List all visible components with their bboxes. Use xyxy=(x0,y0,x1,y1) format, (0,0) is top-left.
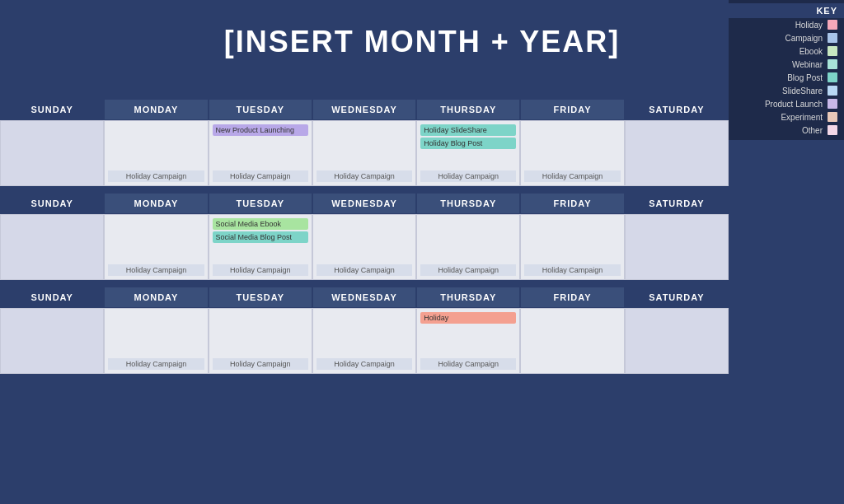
day-cell xyxy=(625,308,729,374)
day-header: MONDAY xyxy=(104,287,208,308)
legend-item: SlideShare xyxy=(729,84,844,97)
day-header: SATURDAY xyxy=(625,287,729,308)
legend-item: Campaign xyxy=(729,31,844,44)
day-header: THURSDAY xyxy=(416,99,520,120)
day-footer: Holiday Campaign xyxy=(316,358,412,370)
day-events xyxy=(629,124,724,182)
day-events xyxy=(316,312,412,358)
day-header-row: SUNDAYMONDAYTUESDAYWEDNESDAYTHURSDAYFRID… xyxy=(0,99,729,120)
day-events xyxy=(524,124,620,170)
day-cell: HolidayHoliday Campaign xyxy=(416,308,520,374)
day-cell xyxy=(0,308,104,374)
day-header: TUESDAY xyxy=(209,99,312,120)
day-events xyxy=(108,218,204,264)
day-events: Holiday xyxy=(420,312,516,358)
event-tag[interactable]: Social Media Blog Post xyxy=(213,231,308,243)
legend-header: KEY xyxy=(729,3,844,18)
event-tag[interactable]: New Product Launching xyxy=(213,124,308,136)
event-tag[interactable]: Holiday xyxy=(420,312,516,324)
day-footer: Holiday Campaign xyxy=(316,264,412,276)
day-footer: Holiday Campaign xyxy=(524,170,620,182)
day-header: SUNDAY xyxy=(0,99,104,120)
legend-color-swatch xyxy=(828,20,837,30)
day-header: THURSDAY xyxy=(416,287,520,308)
day-header: MONDAY xyxy=(104,193,208,214)
legend-item: Blog Post xyxy=(729,71,844,84)
day-events xyxy=(316,218,412,264)
day-cell: Holiday Campaign xyxy=(520,214,624,280)
day-cell: Holiday Campaign xyxy=(104,214,208,280)
legend-item-label: Experiment xyxy=(781,113,823,122)
legend-item-label: Holiday xyxy=(795,21,823,30)
legend-item-label: SlideShare xyxy=(782,86,823,96)
day-cell: Holiday Campaign xyxy=(209,308,312,374)
legend-item-label: Other xyxy=(802,126,823,135)
day-events: New Product Launching xyxy=(213,124,308,170)
day-cell: Holiday SlideShareHoliday Blog PostHolid… xyxy=(416,120,520,186)
day-cell xyxy=(0,214,104,280)
day-header: WEDNESDAY xyxy=(312,99,416,120)
event-tag[interactable]: Holiday SlideShare xyxy=(420,124,516,136)
day-footer: Holiday Campaign xyxy=(420,264,516,276)
day-header: WEDNESDAY xyxy=(312,287,416,308)
title-area: [INSERT MONTH + YEAR] xyxy=(0,0,844,76)
day-header: SUNDAY xyxy=(0,193,104,214)
legend-item: Product Launch xyxy=(729,97,844,110)
day-events: Holiday SlideShareHoliday Blog Post xyxy=(420,124,516,170)
legend-color-swatch xyxy=(828,99,837,109)
day-events xyxy=(213,312,308,358)
day-events xyxy=(420,218,516,264)
day-cell xyxy=(625,214,729,280)
legend-item-label: Webinar xyxy=(792,60,823,69)
legend-item-label: Campaign xyxy=(785,34,823,43)
legend-color-swatch xyxy=(828,112,837,122)
day-footer: Holiday Campaign xyxy=(420,358,516,370)
legend-item: Experiment xyxy=(729,110,844,124)
day-cell xyxy=(520,308,624,374)
day-events: Social Media EbookSocial Media Blog Post xyxy=(213,218,308,264)
day-cell: Holiday Campaign xyxy=(520,120,624,186)
day-footer: Holiday Campaign xyxy=(108,264,204,276)
day-header-row: SUNDAYMONDAYTUESDAYWEDNESDAYTHURSDAYFRID… xyxy=(0,287,729,308)
calendar-area[interactable]: SUNDAYMONDAYTUESDAYWEDNESDAYTHURSDAYFRID… xyxy=(0,99,729,504)
day-header: MONDAY xyxy=(104,99,208,120)
day-header: FRIDAY xyxy=(520,99,624,120)
legend-color-swatch xyxy=(828,86,837,96)
day-cell: New Product LaunchingHoliday Campaign xyxy=(209,120,312,186)
event-tag[interactable]: Social Media Ebook xyxy=(213,218,308,230)
day-header: SATURDAY xyxy=(625,193,729,214)
day-footer: Holiday Campaign xyxy=(316,170,412,182)
day-header: TUESDAY xyxy=(209,287,312,308)
day-footer: Holiday Campaign xyxy=(108,170,204,182)
page-title: [INSERT MONTH + YEAR] xyxy=(0,25,844,59)
weeks-container: SUNDAYMONDAYTUESDAYWEDNESDAYTHURSDAYFRID… xyxy=(0,99,729,374)
day-cell: Holiday Campaign xyxy=(312,120,416,186)
day-header: TUESDAY xyxy=(209,193,312,214)
week-block: SUNDAYMONDAYTUESDAYWEDNESDAYTHURSDAYFRID… xyxy=(0,193,729,280)
day-cell: Social Media EbookSocial Media Blog Post… xyxy=(209,214,312,280)
day-events xyxy=(4,218,100,276)
legend-color-swatch xyxy=(828,72,837,82)
calendar-grid: Holiday CampaignSocial Media EbookSocial… xyxy=(0,214,729,280)
day-header: THURSDAY xyxy=(416,193,520,214)
day-events xyxy=(524,218,620,264)
legend-item: Webinar xyxy=(729,58,844,71)
week-block: SUNDAYMONDAYTUESDAYWEDNESDAYTHURSDAYFRID… xyxy=(0,99,729,186)
day-header: FRIDAY xyxy=(520,193,624,214)
day-cell: Holiday Campaign xyxy=(312,308,416,374)
day-cell: Holiday Campaign xyxy=(104,120,208,186)
calendar-grid: Holiday CampaignHoliday CampaignHoliday … xyxy=(0,308,729,374)
legend-items: Holiday Campaign Ebook Webinar Blog Post… xyxy=(729,18,844,137)
event-tag[interactable]: Holiday Blog Post xyxy=(420,138,516,149)
week-block: SUNDAYMONDAYTUESDAYWEDNESDAYTHURSDAYFRID… xyxy=(0,287,729,374)
day-cell: Holiday Campaign xyxy=(312,214,416,280)
legend-color-swatch xyxy=(828,125,837,135)
legend-item: Ebook xyxy=(729,44,844,58)
day-cell xyxy=(0,120,104,186)
legend-color-swatch xyxy=(828,46,837,56)
day-events xyxy=(108,124,204,170)
day-events xyxy=(629,312,724,370)
day-footer: Holiday Campaign xyxy=(524,264,620,276)
day-footer: Holiday Campaign xyxy=(213,358,308,370)
day-header: SUNDAY xyxy=(0,287,104,308)
